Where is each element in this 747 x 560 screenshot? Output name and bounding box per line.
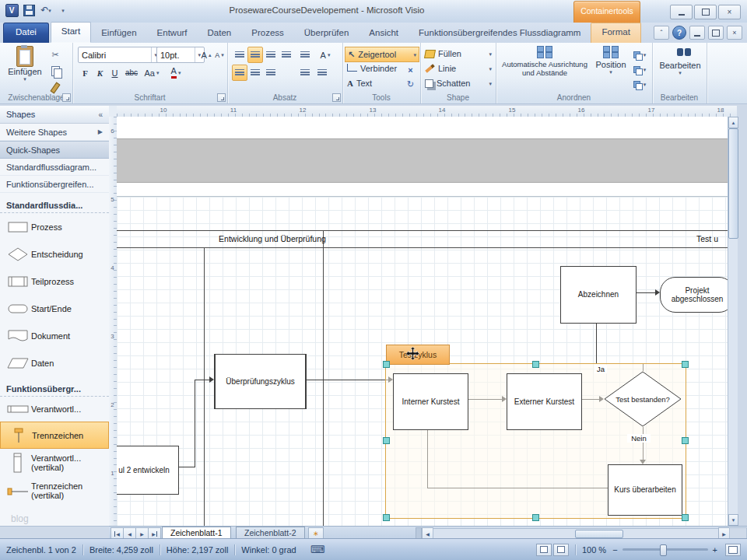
tab-daten[interactable]: Daten — [198, 24, 242, 43]
node-modul-2-entwickeln[interactable]: ul 2 entwickeln — [117, 446, 179, 495]
node-interner-kurstest[interactable]: Interner Kurstest — [393, 373, 468, 430]
bring-to-front-button[interactable]: ▾ — [630, 47, 650, 63]
connection-point-tool-button[interactable]: × — [403, 61, 418, 78]
selection-handle[interactable] — [682, 361, 689, 368]
align-middle-button[interactable] — [247, 65, 263, 81]
align-center-button[interactable] — [247, 47, 263, 63]
quick-shapes-item[interactable]: Quick-Shapes — [0, 141, 109, 159]
grow-font-button[interactable]: A▴ — [199, 47, 213, 63]
selection-handle[interactable] — [532, 361, 539, 368]
selection-handle[interactable] — [383, 514, 390, 521]
group-shapes-button[interactable]: ▾ — [630, 76, 650, 93]
tab-ansicht[interactable]: Ansicht — [359, 24, 409, 43]
fill-button[interactable]: Füllen ▾ — [423, 47, 494, 61]
master-daten[interactable]: Daten — [0, 349, 109, 376]
zoom-out-button[interactable]: − — [612, 545, 617, 555]
tab-prozess[interactable]: Prozess — [241, 24, 294, 43]
bold-button[interactable]: F — [78, 65, 93, 81]
selection-handle[interactable] — [682, 514, 689, 521]
phase-divider-line[interactable] — [323, 230, 324, 526]
shadow-button[interactable]: Schatten ▾ — [423, 76, 494, 90]
node-externer-kurstest[interactable]: Externer Kurstest — [507, 373, 582, 430]
help-button[interactable]: ? — [672, 26, 686, 40]
tab-ueberpruefen[interactable]: Überprüfen — [294, 24, 359, 43]
increase-indent-button[interactable] — [314, 65, 330, 81]
master-start-ende[interactable]: Start/Ende — [0, 295, 109, 322]
cut-button[interactable]: ✂ — [47, 47, 64, 63]
node-kurs-ueberarbeiten[interactable]: Kurs überarbeiten — [608, 464, 682, 516]
align-right-button[interactable] — [263, 47, 279, 63]
minimize-ribbon-button[interactable]: ˆ — [654, 26, 669, 40]
more-shapes-item[interactable]: Weitere Shapes ▶ — [0, 124, 109, 141]
view-normal-button[interactable] — [536, 544, 552, 556]
app-icon[interactable]: V — [5, 3, 19, 17]
master-teilprozess[interactable]: Teilprozess — [0, 268, 109, 295]
zoom-slider[interactable] — [622, 548, 708, 551]
node-ueberpruefungszyklus[interactable]: Überprüfungszyklus — [214, 354, 307, 409]
scrollbar-thumb[interactable] — [575, 530, 623, 538]
node-abzeichnen[interactable]: Abzeichnen — [560, 266, 637, 324]
italic-button[interactable]: K — [93, 65, 107, 81]
master-prozess[interactable]: Prozess — [0, 213, 109, 240]
master-verantwortlichkeitsbereich[interactable]: Verantwortl... — [0, 397, 109, 422]
text-direction-button[interactable]: A▾ — [314, 47, 336, 63]
underline-button[interactable]: U — [107, 65, 122, 81]
shrink-font-button[interactable]: A▾ — [212, 47, 226, 63]
auto-align-button[interactable]: Automatische Ausrichtung und Abstände — [497, 45, 592, 78]
tab-funktionsuebergreifendes-flussdiagramm[interactable]: Funktionsübergreifendes Flussdiagramm — [409, 24, 591, 43]
phase-label-right[interactable]: Test u — [696, 234, 728, 243]
vertical-scrollbar[interactable]: ▲ ▼ — [728, 117, 738, 526]
node-projekt-abgeschlossen[interactable]: Projekt abgeschlossen — [660, 277, 728, 313]
contextual-tab-group-containertools[interactable]: Containertools — [573, 1, 640, 23]
bullets-button[interactable] — [297, 47, 313, 63]
undo-button[interactable]: ↶▾ — [39, 3, 53, 17]
lane-divider-line[interactable] — [204, 247, 205, 526]
connector-line[interactable] — [596, 324, 597, 363]
scroll-down-button[interactable]: ▼ — [728, 514, 738, 526]
copy-button[interactable] — [47, 63, 64, 79]
tab-start[interactable]: Start — [51, 22, 91, 43]
connector-line[interactable] — [195, 380, 195, 467]
scrollbar-thumb[interactable] — [728, 128, 738, 239]
change-case-button[interactable]: Aa▾ — [141, 65, 163, 81]
align-bottom-button[interactable] — [263, 65, 279, 81]
font-size-combo[interactable]: 10pt. ▾ — [156, 47, 205, 63]
text-block-tool-button[interactable]: ↻ — [403, 76, 418, 93]
dialog-launcher[interactable] — [62, 93, 71, 102]
stencil-section-title[interactable]: Funktionsübergr... — [0, 376, 109, 397]
master-dokument[interactable]: Dokument — [0, 322, 109, 349]
qat-customize-button[interactable]: ▾ — [56, 3, 70, 17]
paste-button[interactable]: Einfügen ▾ — [6, 45, 44, 82]
align-top-button[interactable] — [232, 65, 247, 81]
view-fullscreen-button[interactable] — [553, 544, 569, 556]
connector-line[interactable] — [195, 380, 209, 380]
tab-einfuegen[interactable]: Einfügen — [91, 24, 146, 43]
doc-close-button[interactable]: × — [727, 26, 742, 40]
selection-handle[interactable] — [532, 514, 539, 521]
phase-label-left[interactable]: Entwicklung und Überprüfung — [148, 234, 397, 243]
doc-minimize-button[interactable] — [689, 26, 705, 40]
zoom-slider-thumb[interactable] — [660, 544, 667, 556]
node-test-bestanden[interactable]: Test bestanden? — [604, 371, 682, 427]
text-tool-button[interactable]: A Text — [345, 76, 405, 90]
font-color-button[interactable]: A▾ — [164, 65, 188, 81]
collapse-panel-icon[interactable]: « — [98, 110, 103, 119]
font-family-combo[interactable]: Calibri ▾ — [78, 47, 161, 63]
scroll-up-button[interactable]: ▲ — [728, 117, 738, 128]
decrease-indent-button[interactable] — [297, 65, 313, 81]
status-angle[interactable]: Winkel: 0 grad — [241, 545, 296, 555]
container-label[interactable]: Testzyklus — [386, 345, 450, 365]
doc-restore-button[interactable] — [708, 26, 724, 40]
editing-menu-button[interactable]: Bearbeiten ▾ — [657, 47, 703, 76]
stencil-section-title[interactable]: Standardflussdia... — [0, 193, 109, 213]
status-width[interactable]: Breite: 4,259 zoll — [89, 545, 153, 555]
strikethrough-button[interactable]: abc — [122, 65, 141, 81]
selection-handle[interactable] — [383, 437, 390, 444]
drawing-canvas[interactable]: Entwicklung und Überprüfung Test u Testz… — [117, 117, 728, 526]
tab-datei[interactable]: Datei — [3, 23, 49, 43]
align-left-button[interactable] — [232, 47, 247, 63]
connector-label-nein[interactable]: Nein — [627, 434, 651, 443]
connector-line[interactable] — [302, 380, 388, 380]
status-page[interactable]: Zeichenbl. 1 von 2 — [6, 545, 76, 555]
selection-handle[interactable] — [383, 361, 390, 368]
